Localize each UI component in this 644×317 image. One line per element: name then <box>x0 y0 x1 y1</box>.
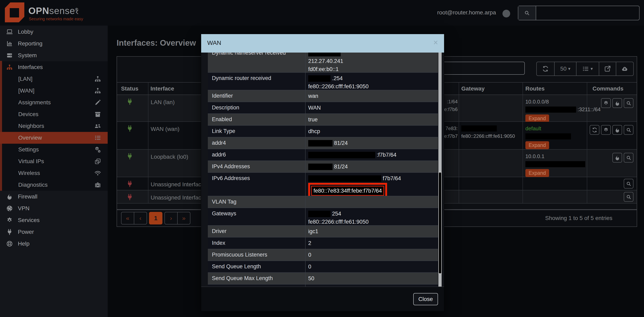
sidebar-item-overview[interactable]: Overview <box>0 132 108 144</box>
column-header-gateway[interactable]: Gateway <box>461 85 484 92</box>
value-text: 254 <box>330 211 341 217</box>
fire-command-button[interactable] <box>612 98 622 108</box>
close-icon[interactable]: × <box>432 38 439 47</box>
value-text: 0 <box>308 264 311 270</box>
modal-scrollbar[interactable] <box>438 53 442 286</box>
column-header-routes[interactable]: Routes <box>526 85 545 92</box>
search-command-button[interactable] <box>624 125 634 135</box>
wan-details-modal: WAN × Dynamic nameserver received212.27.… <box>201 34 444 311</box>
global-search <box>518 6 640 20</box>
sidebar-item-help[interactable]: Help <box>0 238 108 250</box>
page-button-next[interactable]: › <box>164 212 178 224</box>
sidebar-item-lobby[interactable]: Lobby <box>0 26 108 38</box>
top-bar: OPNsense® Securing networks made easy ‹ … <box>0 0 644 26</box>
sidebar-item-firewall[interactable]: Firewall <box>0 191 108 203</box>
sidebar-item-label: Neighbors <box>18 123 44 129</box>
fire-command-button[interactable] <box>612 125 622 135</box>
column-header-commands[interactable]: Commands <box>592 85 623 92</box>
modal-body: Dynamic nameserver received212.27.40.241… <box>201 53 444 286</box>
refresh-command-button[interactable] <box>590 125 600 135</box>
commands-cell <box>624 179 634 189</box>
modal-footer: Close <box>201 286 444 311</box>
export-button[interactable] <box>599 62 616 76</box>
sidebar-item-diagnostics[interactable]: Diagnostics <box>0 179 108 191</box>
sidebar-item-interfaces[interactable]: Interfaces <box>0 61 108 73</box>
page-button-prev[interactable]: ‹ <box>134 212 147 224</box>
refresh-icon <box>542 66 549 72</box>
commands-cell <box>590 125 634 135</box>
download-button[interactable] <box>616 62 633 76</box>
medkit-icon <box>94 182 101 188</box>
column-header-status[interactable]: Status <box>121 85 138 92</box>
chevron-down-icon: ▾ <box>568 66 570 72</box>
sidebar-item-vpn[interactable]: VPN <box>0 203 108 214</box>
sidebar-collapse-icon[interactable]: ‹ <box>76 7 79 16</box>
detail-value: igc1 <box>308 227 436 235</box>
value-text: fd0f:ee:b0::1 <box>308 66 339 72</box>
sidebar-item-services[interactable]: Services <box>0 214 108 226</box>
modal-detail-row: Gateways 254fe80::2266:cfff:fe61:9050 <box>208 208 438 226</box>
gear-command-button[interactable] <box>601 98 611 108</box>
status-dot <box>502 10 510 18</box>
sidebar-item-assignments[interactable]: Assignments <box>0 97 108 108</box>
sidebar-item-label: Help <box>18 240 30 247</box>
page-button-first[interactable]: « <box>121 212 134 224</box>
modal-detail-row: IPv6 Addresses f7b7/64fe80::7e83:34ff:fe… <box>208 173 438 196</box>
gear-icon <box>603 127 609 133</box>
fire-icon <box>614 127 620 133</box>
status-down-plug-icon <box>126 194 133 201</box>
sidebar-item-system[interactable]: System <box>0 50 108 61</box>
search-command-button[interactable] <box>624 179 634 189</box>
sidebar-item-label: [WAN] <box>18 88 34 94</box>
sidebar-item-label: VPN <box>18 205 30 212</box>
fire-command-button[interactable] <box>612 153 622 163</box>
sidebar-item-power[interactable]: Power <box>0 226 108 238</box>
column-header-interface[interactable]: Interface <box>150 85 174 92</box>
modal-detail-row: Send Queue Drops1 <box>208 284 438 286</box>
refresh-button[interactable] <box>537 62 554 76</box>
expand-routes-button[interactable]: Expand <box>526 169 549 177</box>
sidebar-item-devices[interactable]: Devices <box>0 108 108 120</box>
pagination: «‹1›» <box>121 212 190 224</box>
global-search-input[interactable] <box>536 6 639 20</box>
detail-label: Link Type <box>212 128 235 134</box>
redaction-bar <box>526 133 571 139</box>
search-command-button[interactable] <box>624 192 634 202</box>
page-title: Interfaces: Overview <box>116 38 196 48</box>
chevron-down-icon: ▾ <box>590 66 593 72</box>
brand-name: OPNsense® <box>28 5 78 16</box>
modal-detail-row: Identifierwan <box>208 90 438 102</box>
detail-value: WAN <box>308 104 436 112</box>
search-icon <box>626 181 632 186</box>
close-button[interactable]: Close <box>413 293 438 305</box>
fire-icon <box>6 193 13 200</box>
gear-command-button[interactable] <box>601 125 611 135</box>
page-size-value: 50 <box>560 66 566 72</box>
sidebar-item-label: Services <box>18 217 40 223</box>
redaction-bar <box>308 164 332 170</box>
redaction-bar <box>308 75 330 82</box>
entries-summary: Showing 1 to 5 of 5 entries <box>545 215 612 221</box>
status-up-plug-icon <box>126 153 133 160</box>
sidebar-item-wireless[interactable]: Wireless <box>0 167 108 179</box>
search-command-button[interactable] <box>624 98 634 108</box>
page-size-dropdown[interactable]: 50▾ <box>554 62 576 76</box>
search-command-button[interactable] <box>624 153 634 163</box>
sidebar-item-reporting[interactable]: Reporting <box>0 38 108 50</box>
sidebar-item-label: Virtual IPs <box>18 158 44 165</box>
sidebar-item-neighbors[interactable]: Neighbors <box>0 120 108 132</box>
sidebar-item-wan[interactable]: [WAN] <box>0 85 108 97</box>
sidebar-item-lan[interactable]: [LAN] <box>0 73 108 85</box>
sidebar-item-virtual-ips[interactable]: Virtual IPs <box>0 155 108 167</box>
page-button-1[interactable]: 1 <box>149 212 162 224</box>
search-icon[interactable] <box>518 6 536 20</box>
expand-routes-button[interactable]: Expand <box>526 114 549 122</box>
download-icon <box>622 66 628 72</box>
detail-value: 2 <box>308 239 436 247</box>
sidebar-item-settings[interactable]: Settings <box>0 144 108 155</box>
value-text: 212.27.40.241 <box>308 58 343 64</box>
page-button-last[interactable]: » <box>178 212 190 224</box>
columns-dropdown[interactable]: ▾ <box>576 62 599 76</box>
modal-scrollbar-thumb[interactable] <box>438 172 442 274</box>
expand-routes-button[interactable]: Expand <box>526 141 549 149</box>
